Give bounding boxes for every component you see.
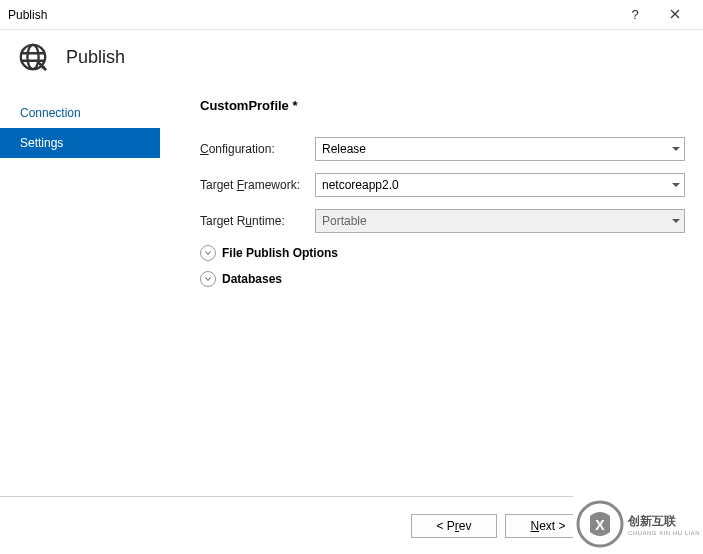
chevron-down-icon bbox=[200, 245, 216, 261]
chevron-down-icon bbox=[672, 147, 680, 155]
next-button[interactable]: Next > bbox=[505, 514, 591, 538]
databases-expander[interactable]: Databases bbox=[200, 271, 685, 287]
save-button[interactable]: S bbox=[599, 514, 685, 538]
chevron-down-icon bbox=[672, 219, 680, 227]
expander-label: Databases bbox=[222, 272, 282, 286]
dialog-header: Publish bbox=[0, 30, 703, 90]
titlebar: Publish ? bbox=[0, 0, 703, 30]
page-title: Publish bbox=[66, 47, 125, 68]
sidebar-item-settings[interactable]: Settings bbox=[0, 128, 160, 158]
main-panel: CustomProfile * Configuration: Release T… bbox=[160, 90, 703, 494]
runtime-value: Portable bbox=[322, 214, 367, 228]
expander-label: File Publish Options bbox=[222, 246, 338, 260]
runtime-label: Target Runtime: bbox=[200, 214, 315, 228]
sidebar-item-connection[interactable]: Connection bbox=[0, 98, 160, 128]
publish-icon bbox=[18, 42, 48, 72]
configuration-label: Configuration: bbox=[200, 142, 315, 156]
help-button[interactable]: ? bbox=[615, 7, 655, 22]
file-publish-options-expander[interactable]: File Publish Options bbox=[200, 245, 685, 261]
svg-point-1 bbox=[27, 45, 38, 69]
configuration-value: Release bbox=[322, 142, 366, 156]
chevron-down-icon bbox=[672, 183, 680, 191]
profile-name: CustomProfile * bbox=[200, 98, 685, 113]
dialog-footer: < Prev Next > S bbox=[0, 496, 703, 554]
runtime-select[interactable]: Portable bbox=[315, 209, 685, 233]
sidebar-item-label: Settings bbox=[20, 136, 63, 150]
framework-value: netcoreapp2.0 bbox=[322, 178, 399, 192]
configuration-select[interactable]: Release bbox=[315, 137, 685, 161]
close-icon bbox=[670, 9, 680, 19]
close-button[interactable] bbox=[655, 7, 695, 22]
chevron-down-icon bbox=[200, 271, 216, 287]
prev-button[interactable]: < Prev bbox=[411, 514, 497, 538]
sidebar-item-label: Connection bbox=[20, 106, 81, 120]
sidebar: Connection Settings bbox=[0, 90, 160, 494]
window-title: Publish bbox=[8, 8, 615, 22]
framework-label: Target Framework: bbox=[200, 178, 315, 192]
framework-select[interactable]: netcoreapp2.0 bbox=[315, 173, 685, 197]
